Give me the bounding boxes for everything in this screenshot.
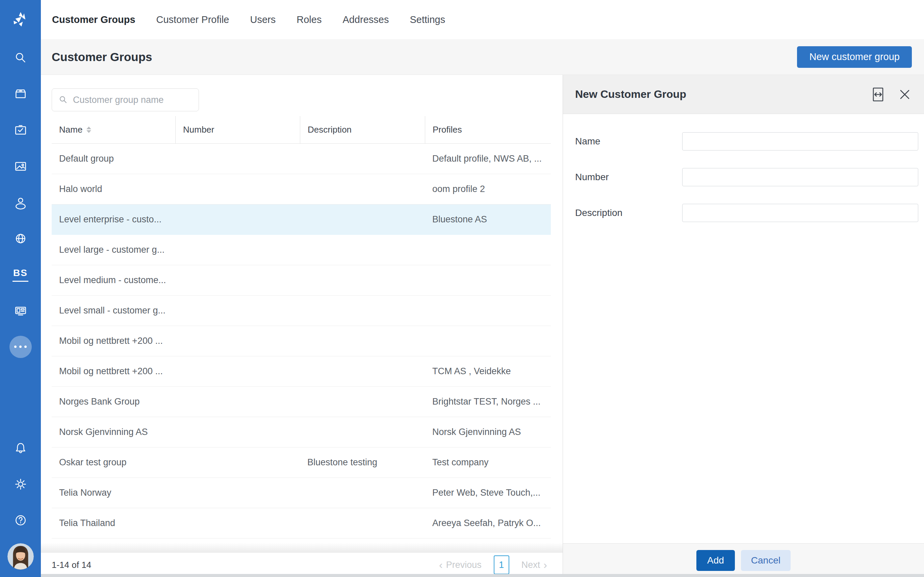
brand-logo[interactable] [0,0,41,40]
name-field[interactable] [682,132,918,150]
form-field-row: Description [575,204,918,222]
column-header-number[interactable]: Number [175,116,300,143]
sidebar-item-users[interactable] [0,184,41,220]
help-icon [13,513,28,527]
app-window: BS [0,0,924,577]
chevron-right-icon: › [543,559,547,570]
new-customer-group-button[interactable]: New customer group [797,46,912,68]
table-row[interactable]: Norges Bank Group Brightstar TEST, Norge… [52,387,551,417]
top-nav-item[interactable]: Roles [297,14,321,25]
bs-app-label: BS [13,268,28,282]
table-row[interactable]: Telia Norway Peter Web, Steve Touch,... [52,478,551,508]
sidebar-item-images[interactable] [0,148,41,184]
list-footer: 1-14 of 14 ‹ Previous 1 Next › [41,553,563,577]
sidebar-item-bs[interactable]: BS [0,256,41,293]
table-row[interactable]: Oskar test group Bluestone testing Test … [52,447,551,478]
panel-header: New Customer Group [563,75,924,114]
previous-page-button[interactable]: ‹ Previous [439,559,481,570]
monitor-icon [13,304,28,318]
chevron-left-icon: ‹ [439,559,443,570]
next-page-button[interactable]: Next › [522,559,547,570]
sidebar-item-globe[interactable] [0,220,41,256]
expand-panel-icon [872,87,884,102]
table-row[interactable]: Default group Default profile, NWS AB, .… [52,144,551,174]
sidebar-item-monitor[interactable] [0,293,41,329]
sidebar-item-notifications[interactable] [0,430,41,466]
pagination: ‹ Previous 1 Next › [439,555,547,574]
sidebar-item-settings[interactable] [0,466,41,502]
app-sidebar: BS [0,0,41,577]
bell-icon [13,441,28,455]
column-header-description[interactable]: Description [300,116,425,143]
top-nav-item[interactable]: Customer Groups [52,14,136,25]
table-row[interactable]: Level medium - custome... [52,265,551,296]
images-icon [13,159,28,173]
sidebar-item-tasks[interactable] [0,112,41,148]
page-title: Customer Groups [52,50,152,64]
sidebar-item-package[interactable] [0,76,41,112]
table-row[interactable]: Norsk Gjenvinning AS Norsk Gjenvinning A… [52,417,551,447]
description-field[interactable] [682,204,918,222]
page-header: Customer Groups New customer group [41,39,924,75]
expand-panel-button[interactable] [872,87,884,102]
customer-groups-table: Name Number Description Profiles Default… [52,111,551,553]
sidebar-item-help[interactable] [0,502,41,538]
new-customer-group-panel: New Customer Group [563,75,924,577]
search-input[interactable] [73,95,192,105]
number-field[interactable] [682,168,918,186]
column-header-name[interactable]: Name [52,116,175,143]
search-icon [13,51,28,65]
field-label: Description [575,208,682,218]
search-box [52,89,199,111]
globe-icon [13,232,28,246]
table-header-row: Name Number Description Profiles [52,116,551,144]
field-label: Number [575,172,682,182]
cancel-button[interactable]: Cancel [741,550,791,571]
column-header-profiles[interactable]: Profiles [425,116,551,143]
sidebar-item-profile[interactable] [0,538,41,574]
panel-footer: Add Cancel [563,543,924,577]
table-row[interactable]: Telia Thailand Areeya Seefah, Patryk O..… [52,508,551,538]
avatar [7,543,34,570]
table-row[interactable]: Level small - customer g... [52,296,551,326]
table-row[interactable]: Mobil og nettbrett +200 ... [52,326,551,356]
top-nav-item[interactable]: Users [250,14,276,25]
customer-groups-list: Name Number Description Profiles Default… [41,75,563,577]
result-range-text: 1-14 of 14 [52,560,91,570]
gear-icon [13,477,28,491]
brand-logo-icon [10,10,31,31]
top-nav-item[interactable]: Settings [410,14,445,25]
sort-icon[interactable] [86,127,91,133]
add-button[interactable]: Add [696,550,735,571]
field-label: Name [575,136,682,147]
form-field-row: Number [575,168,918,186]
panel-form: Name Number Description [563,114,924,543]
table-row[interactable]: Mobil og nettbrett +200 ... TCM AS , Vei… [52,356,551,387]
close-icon [898,88,911,101]
package-icon [13,87,28,101]
panel-title: New Customer Group [575,88,686,100]
top-navigation: Customer Groups Customer Profile Users R… [41,0,924,39]
sidebar-item-search[interactable] [0,40,41,76]
user-icon [13,195,28,210]
table-row[interactable]: Halo world oom profile 2 [52,174,551,205]
table-row[interactable]: Level enterprise - custo... Bluestone AS [52,205,551,235]
search-icon [58,95,68,105]
top-nav-item[interactable]: Addresses [342,14,389,25]
sidebar-item-more[interactable] [0,329,41,365]
more-icon [10,336,32,358]
table-row[interactable]: Level large - customer g... [52,235,551,265]
close-panel-button[interactable] [898,88,911,101]
page-number-button[interactable]: 1 [494,555,509,574]
top-nav-item[interactable]: Customer Profile [157,14,229,25]
form-field-row: Name [575,132,918,150]
tasks-icon [13,123,28,137]
table-row-partial [52,538,551,553]
